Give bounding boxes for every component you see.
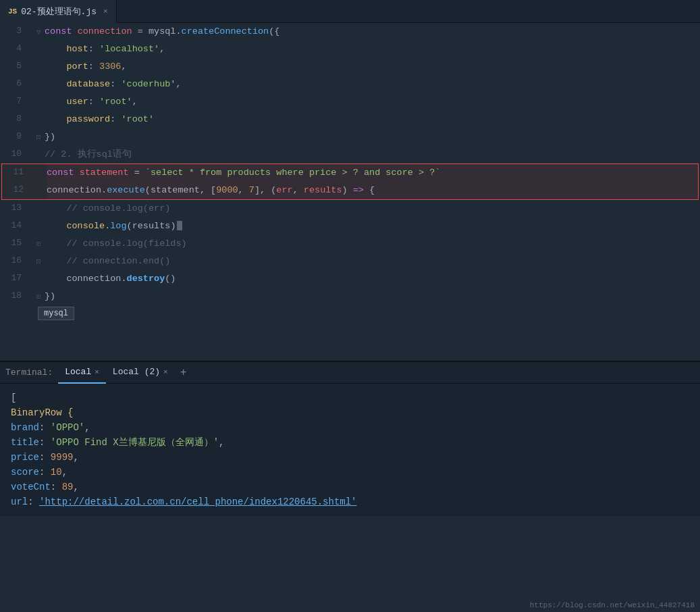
code-line-15: 15 ⊡ // console.log(fields) bbox=[0, 235, 700, 253]
code-line-6: 6 database: 'coderhub', bbox=[0, 76, 700, 93]
editor-tab[interactable]: JS 02-预处理语句.js × bbox=[0, 0, 117, 23]
code-content-18: }) bbox=[45, 288, 700, 305]
code-content-4: host: 'localhost', bbox=[45, 41, 700, 58]
terminal-line-4: title: 'OPPO Find X兰博基尼版（全网通）', bbox=[11, 435, 689, 450]
line-number-12: 12 bbox=[2, 182, 34, 199]
terminal-line-1: [ bbox=[11, 390, 689, 405]
code-content-13: // console.log(err) bbox=[45, 200, 700, 218]
code-content-17: connection.destroy() bbox=[45, 270, 700, 288]
line-number-8: 8 bbox=[0, 111, 32, 128]
terminal-tab-local[interactable]: Local × bbox=[58, 362, 106, 384]
fold-indicator-11 bbox=[34, 164, 47, 182]
line-number-15: 15 bbox=[0, 235, 32, 253]
line-number-4: 4 bbox=[0, 41, 32, 58]
line-number-18: 18 bbox=[0, 288, 32, 305]
code-line-7: 7 user: 'root', bbox=[0, 93, 700, 111]
line-number-16: 16 bbox=[0, 253, 32, 270]
fold-indicator-7 bbox=[32, 93, 45, 111]
terminal-tab-local2-label: Local (2) bbox=[113, 367, 160, 377]
terminal-add-tab-button[interactable]: + bbox=[175, 367, 192, 379]
terminal-line-6: score: 10, bbox=[11, 465, 689, 480]
terminal-tab-local2[interactable]: Local (2) × bbox=[106, 362, 175, 384]
code-line-18: 18 ⊡ }) mysql bbox=[0, 288, 700, 305]
terminal-line-3: brand: 'OPPO', bbox=[11, 420, 689, 435]
fold-indicator-8 bbox=[32, 111, 45, 128]
code-line-12: 12 connection.execute(statement, [9000, … bbox=[2, 182, 698, 199]
terminal-tab-local-close[interactable]: × bbox=[95, 368, 99, 376]
code-content-8: password: 'root' bbox=[45, 111, 700, 128]
code-line-11: 11 const statement = `select * from prod… bbox=[2, 164, 698, 182]
code-content-14: console.log(results) bbox=[45, 218, 700, 235]
code-line-16: 16 ⊡ // connection.end() bbox=[0, 253, 700, 270]
code-content-16: // connection.end() bbox=[45, 253, 700, 270]
highlighted-section: 11 const statement = `select * from prod… bbox=[1, 163, 699, 200]
fold-indicator-13 bbox=[32, 200, 45, 218]
terminal-tab-local-label: Local bbox=[65, 367, 91, 377]
fold-indicator-3[interactable]: ▽ bbox=[32, 23, 45, 41]
terminal-label: Terminal: bbox=[5, 367, 53, 378]
terminal-tab-local2-close[interactable]: × bbox=[163, 368, 168, 376]
terminal-line-2: BinaryRow { bbox=[11, 405, 689, 420]
tab-label: 02-预处理语句.js bbox=[21, 5, 97, 18]
fold-indicator-4 bbox=[32, 41, 45, 58]
code-line-10: 10 // 2. 执行sql语句 bbox=[0, 146, 700, 163]
code-content-10: // 2. 执行sql语句 bbox=[45, 146, 700, 163]
line-number-10: 10 bbox=[0, 146, 32, 163]
terminal-line-5: price: 9999, bbox=[11, 450, 689, 465]
line-number-14: 14 bbox=[0, 218, 32, 235]
code-line-4: 4 host: 'localhost', bbox=[0, 41, 700, 58]
fold-indicator-16[interactable]: ⊡ bbox=[32, 253, 45, 270]
fold-indicator-15[interactable]: ⊡ bbox=[32, 235, 45, 253]
code-line-17: 17 connection.destroy() bbox=[0, 270, 700, 288]
js-icon: JS bbox=[8, 7, 17, 16]
fold-indicator-6 bbox=[32, 76, 45, 93]
line-number-6: 6 bbox=[0, 76, 32, 93]
code-line-8: 8 password: 'root' bbox=[0, 111, 700, 128]
code-line-5: 5 port: 3306, bbox=[0, 58, 700, 76]
mysql-tooltip: mysql bbox=[38, 307, 74, 320]
code-content-5: port: 3306, bbox=[45, 58, 700, 76]
code-content-6: database: 'coderhub', bbox=[45, 76, 700, 93]
code-line-13: 13 // console.log(err) bbox=[0, 200, 700, 218]
fold-indicator-14 bbox=[32, 218, 45, 235]
terminal-tab-bar: Terminal: Local × Local (2) × + bbox=[0, 362, 700, 384]
line-number-11: 11 bbox=[2, 164, 34, 182]
line-number-5: 5 bbox=[0, 58, 32, 76]
code-content-11: const statement = `select * from product… bbox=[47, 164, 698, 182]
watermark: https://blog.csdn.net/weixin_44827418 bbox=[530, 601, 695, 609]
fold-indicator-10 bbox=[32, 146, 45, 163]
fold-indicator-12 bbox=[34, 182, 47, 199]
code-content-15: // console.log(fields) bbox=[45, 235, 700, 253]
code-content-9: }) bbox=[45, 128, 700, 146]
fold-indicator-18[interactable]: ⊡ bbox=[32, 288, 45, 305]
line-number-17: 17 bbox=[0, 270, 32, 288]
terminal-section: Terminal: Local × Local (2) × + [ Binary… bbox=[0, 361, 700, 516]
tab-bar: JS 02-预处理语句.js × bbox=[0, 0, 700, 23]
fold-indicator-9[interactable]: ⊡ bbox=[32, 128, 45, 146]
fold-indicator-5 bbox=[32, 58, 45, 76]
tab-close-button[interactable]: × bbox=[103, 7, 108, 16]
code-content-7: user: 'root', bbox=[45, 93, 700, 111]
code-line-3: 3 ▽ const connection = mysql.createConne… bbox=[0, 23, 700, 41]
line-number-7: 7 bbox=[0, 93, 32, 111]
line-number-13: 13 bbox=[0, 200, 32, 218]
terminal-line-8: url: 'http://detail.zol.com.cn/cell_phon… bbox=[11, 494, 689, 509]
terminal-body: [ BinaryRow { brand: 'OPPO', title: 'OPP… bbox=[0, 384, 700, 516]
code-line-9: 9 ⊡ }) bbox=[0, 128, 700, 146]
terminal-line-7: voteCnt: 89, bbox=[11, 480, 689, 494]
line-number-9: 9 bbox=[0, 128, 32, 146]
line-number-3: 3 bbox=[0, 23, 32, 41]
code-editor: 3 ▽ const connection = mysql.createConne… bbox=[0, 23, 700, 361]
fold-indicator-17 bbox=[32, 270, 45, 288]
code-line-14: 14 console.log(results) bbox=[0, 218, 700, 235]
code-content-3: const connection = mysql.createConnectio… bbox=[45, 23, 700, 41]
code-content-12: connection.execute(statement, [9000, 7],… bbox=[47, 182, 698, 199]
